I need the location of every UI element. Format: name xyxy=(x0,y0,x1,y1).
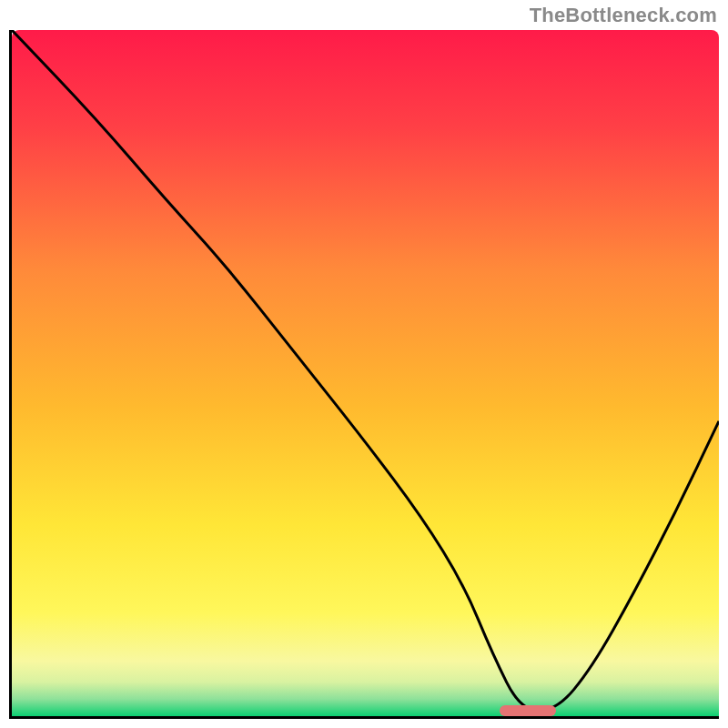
watermark-text: TheBottleneck.com xyxy=(530,4,717,27)
axes-frame xyxy=(9,30,719,719)
chart-stage: TheBottleneck.com xyxy=(0,0,728,728)
